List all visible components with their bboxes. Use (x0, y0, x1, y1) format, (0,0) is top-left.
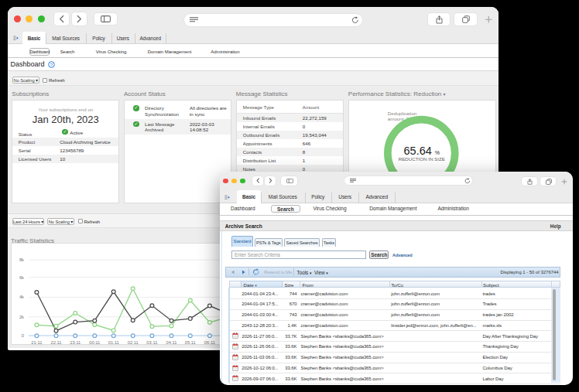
svg-text:00:11: 00:11 (89, 340, 100, 345)
svg-text:4k: 4k (19, 295, 24, 299)
svg-text:8k: 8k (19, 257, 24, 262)
svg-text:06:11: 06:11 (204, 340, 215, 345)
svg-text:03:11: 03:11 (146, 340, 157, 345)
svg-text:0: 0 (22, 333, 24, 338)
svg-text:2k: 2k (19, 315, 24, 319)
svg-text:01:11: 01:11 (108, 340, 119, 345)
svg-text:23:11: 23:11 (70, 340, 81, 345)
svg-text:22:11: 22:11 (50, 340, 61, 345)
svg-text:?: ? (50, 62, 53, 66)
svg-text:05:11: 05:11 (185, 340, 196, 345)
svg-text:6k: 6k (19, 275, 24, 280)
svg-text:21:11: 21:11 (31, 340, 42, 345)
svg-text:02:11: 02:11 (128, 340, 139, 345)
svg-text:04:11: 04:11 (166, 340, 176, 345)
